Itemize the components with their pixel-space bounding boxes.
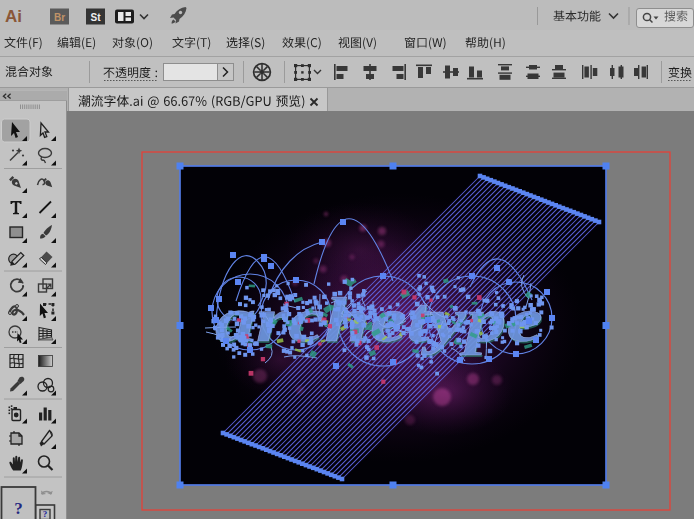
svg-text:?: ? — [14, 499, 23, 518]
svg-text:Ai: Ai — [5, 7, 22, 26]
svg-text:St: St — [91, 12, 102, 23]
svg-text:?: ? — [43, 509, 48, 519]
svg-text:Br: Br — [54, 12, 65, 23]
